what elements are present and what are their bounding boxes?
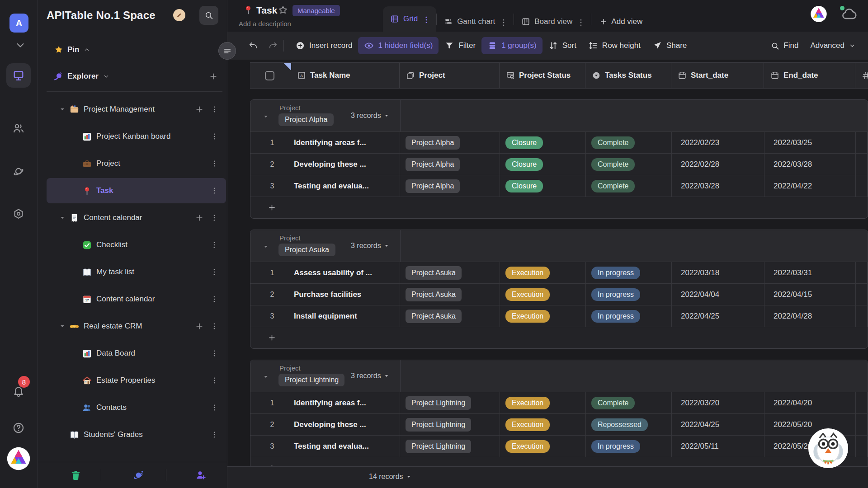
cell-task-name[interactable]: 1 Identifying areas f...: [250, 132, 400, 153]
cell-tasks-status[interactable]: Complete: [586, 154, 672, 175]
sidebar-item-my-task-list[interactable]: My task list: [38, 258, 227, 286]
view-menu-dots-icon[interactable]: [576, 18, 584, 25]
add-record-row[interactable]: [250, 327, 868, 348]
cell-task-name[interactable]: 3 Install equipment: [250, 305, 400, 327]
cell-end-date[interactable]: 2022/04/20: [764, 392, 856, 413]
filter-button[interactable]: Filter: [439, 37, 481, 54]
favorite-star-icon[interactable]: [278, 5, 288, 15]
cell-project[interactable]: Project Lightning: [400, 436, 500, 457]
cell-tasks-status[interactable]: In progress: [586, 305, 672, 327]
sidebar-item-students-grades[interactable]: Students' Grades: [38, 421, 227, 448]
column-project-status[interactable]: Project Status: [500, 63, 585, 88]
expand-triangle-icon[interactable]: [59, 323, 66, 329]
expand-triangle-icon[interactable]: [59, 215, 66, 221]
group-record-count[interactable]: 3 records: [351, 112, 389, 120]
cell-task-name[interactable]: 1 Assess usability of ...: [250, 262, 400, 283]
cell-tasks-status[interactable]: Repossessed: [586, 414, 672, 435]
view-tab-gantt-chart[interactable]: Gantt chart: [437, 12, 514, 32]
cell-extra[interactable]: [856, 284, 868, 305]
cell-task-name[interactable]: 2 Developing these ...: [250, 414, 400, 435]
more-menu-icon[interactable]: [210, 268, 218, 276]
more-menu-icon[interactable]: [210, 241, 218, 249]
hidden-fields-button[interactable]: 1 hidden field(s): [358, 37, 439, 54]
cell-project[interactable]: Project Alpha: [400, 132, 500, 153]
edit-space-button[interactable]: [173, 9, 185, 21]
column-task-name[interactable]: A Task Name: [250, 63, 400, 88]
sidebar-item-project-management[interactable]: Project Management: [38, 96, 227, 123]
cell-start-date[interactable]: 2022/03/18: [672, 262, 764, 283]
group-header[interactable]: Project Project Alpha 3 records: [250, 100, 868, 131]
cell-extra[interactable]: [856, 262, 868, 283]
collapse-group-icon[interactable]: [263, 244, 269, 250]
cell-tasks-status[interactable]: Complete: [586, 175, 672, 197]
template-planet-button[interactable]: [133, 469, 144, 481]
more-menu-icon[interactable]: [210, 187, 218, 195]
row-height-button[interactable]: Row height: [582, 37, 646, 54]
cell-tasks-status[interactable]: In progress: [586, 262, 672, 283]
cell-end-date[interactable]: 2022/04/22: [764, 175, 856, 197]
cell-project[interactable]: Project Lightning: [400, 392, 500, 413]
cell-project[interactable]: Project Alpha: [400, 175, 500, 197]
add-description[interactable]: Add a description: [239, 20, 291, 28]
trash-button[interactable]: [70, 469, 81, 481]
chevron-down-icon[interactable]: [14, 39, 23, 48]
column-end-date[interactable]: End_date: [764, 63, 855, 88]
group-record-count[interactable]: 3 records: [351, 242, 389, 250]
cell-extra[interactable]: [856, 436, 868, 457]
more-menu-icon[interactable]: [210, 376, 218, 385]
column-tasks-status[interactable]: Tasks Status: [585, 63, 671, 88]
cell-end-date[interactable]: 2022/03/28: [764, 154, 856, 175]
cell-project-status[interactable]: Closure: [500, 175, 586, 197]
sidebar-item-real-estate-crm[interactable]: Real estate CRM: [38, 313, 227, 340]
cell-extra[interactable]: [856, 175, 868, 197]
share-button[interactable]: Share: [646, 37, 693, 54]
group-record-count[interactable]: 3 records: [351, 372, 389, 380]
cell-tasks-status[interactable]: Complete: [586, 392, 672, 413]
more-menu-icon[interactable]: [210, 431, 218, 439]
cell-task-name[interactable]: 1 Identifying areas f...: [250, 392, 400, 413]
settings-button[interactable]: [6, 202, 31, 226]
cell-task-name[interactable]: 2 Purchase facilities: [250, 284, 400, 305]
cell-start-date[interactable]: 2022/03/28: [672, 175, 764, 197]
select-all-checkbox[interactable]: [265, 71, 274, 80]
add-node-button[interactable]: [209, 72, 218, 81]
cell-end-date[interactable]: 2022/03/31: [764, 262, 856, 283]
group-header[interactable]: Project Project Asuka 3 records: [250, 230, 868, 262]
sidebar-item-data-board[interactable]: Data Board: [38, 340, 227, 367]
cell-project[interactable]: Project Lightning: [400, 414, 500, 435]
cell-project[interactable]: Project Asuka: [400, 284, 500, 305]
sidebar-item-content-calendar[interactable]: Content calendar: [38, 204, 227, 231]
add-child-button[interactable]: [195, 105, 204, 114]
cell-extra[interactable]: [856, 154, 868, 175]
cell-start-date[interactable]: 2022/04/04: [672, 284, 764, 305]
sidebar-item-estate-properties[interactable]: Estate Properties: [38, 367, 227, 394]
invite-member-button[interactable]: [195, 469, 207, 481]
more-menu-icon[interactable]: [210, 404, 218, 412]
sidebar-item-content-calendar[interactable]: 17 Content calendar: [38, 286, 227, 313]
explorer-section-toggle[interactable]: Explorer: [53, 71, 218, 81]
cell-project-status[interactable]: Execution: [500, 392, 586, 413]
more-menu-icon[interactable]: [210, 160, 218, 168]
more-menu-icon[interactable]: [210, 214, 218, 222]
assistant-logo-icon[interactable]: [810, 5, 827, 23]
add-record-row[interactable]: [250, 197, 868, 218]
view-menu-dots-icon[interactable]: [422, 15, 429, 23]
redo-button[interactable]: [268, 41, 278, 51]
sidebar-item-project[interactable]: Project: [38, 150, 227, 177]
more-menu-icon[interactable]: [210, 295, 218, 303]
column-start-date[interactable]: Start_date: [671, 63, 764, 88]
cell-task-name[interactable]: 2 Developing these ...: [250, 154, 400, 175]
collapse-sidebar-button[interactable]: [218, 42, 236, 60]
workbench-button[interactable]: [6, 63, 31, 88]
column-project[interactable]: Project: [400, 63, 500, 88]
insert-record-button[interactable]: Insert record: [289, 37, 358, 54]
cell-extra[interactable]: [856, 414, 868, 435]
user-avatar-logo[interactable]: [6, 446, 31, 471]
cell-project-status[interactable]: Execution: [500, 262, 586, 283]
cell-project-status[interactable]: Execution: [500, 284, 586, 305]
cell-project-status[interactable]: Execution: [500, 436, 586, 457]
owl-mascot[interactable]: [807, 427, 849, 469]
cell-project[interactable]: Project Asuka: [400, 305, 500, 327]
cell-end-date[interactable]: 2022/03/25: [764, 132, 856, 153]
members-button[interactable]: [6, 116, 31, 141]
